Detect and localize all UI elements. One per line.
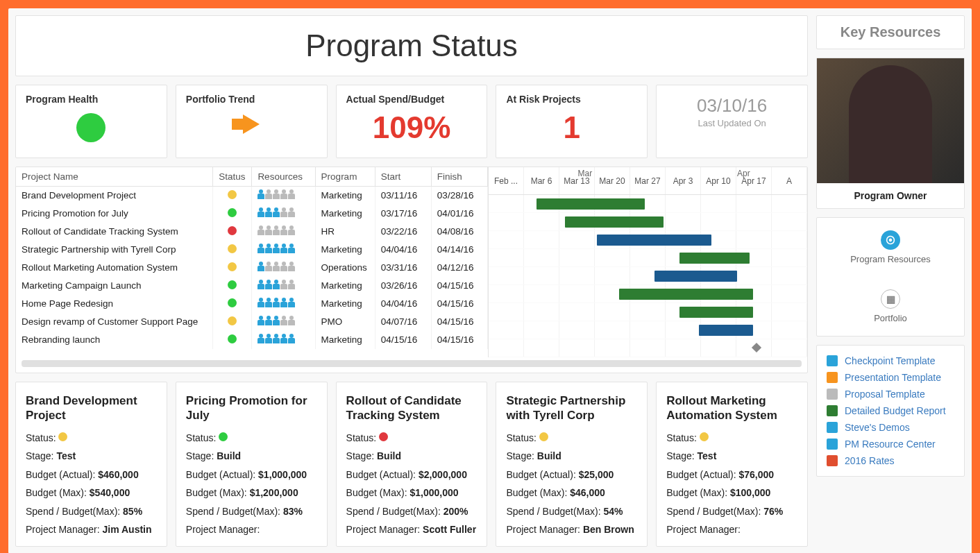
status-dot-icon — [228, 190, 237, 199]
tile-portfolio[interactable]: ▦ Portfolio — [817, 277, 964, 336]
table-row[interactable]: Design revamp of Customer Support PagePM… — [16, 313, 488, 331]
gantt-row[interactable] — [489, 339, 807, 357]
trend-arrow-icon — [243, 114, 260, 134]
table-row[interactable]: Rollout of Candidate Tracking SystemHR03… — [16, 223, 488, 241]
sidebar-link[interactable]: Steve's Demos — [827, 422, 954, 433]
col-finish[interactable]: Finish — [431, 167, 487, 187]
col-status[interactable]: Status — [213, 167, 252, 187]
table-row[interactable]: Rollout Marketing Automation SystemOpera… — [16, 259, 488, 277]
sidebar-link[interactable]: Proposal Template — [827, 389, 954, 400]
lbl-stage: Stage: — [186, 450, 214, 461]
val-spend-ratio: 85% — [123, 506, 142, 517]
health-status-icon — [76, 113, 105, 142]
table-row[interactable]: Brand Development ProjectMarketing03/11/… — [16, 187, 488, 205]
gantt-row[interactable] — [489, 249, 807, 267]
project-card[interactable]: Brand Development ProjectStatus: Stage: … — [15, 382, 167, 547]
gantt-row[interactable] — [489, 195, 807, 213]
val-stage: Build — [537, 450, 561, 461]
horizontal-scroll[interactable] — [22, 360, 802, 367]
val-budget-actual: $460,000 — [98, 469, 138, 480]
cell-resources — [252, 277, 315, 295]
table-row[interactable]: Home Page RedesignMarketing04/04/1604/15… — [16, 295, 488, 313]
lbl-spend-ratio: Spend / Budget(Max): — [506, 506, 600, 517]
tile-label: Portfolio — [874, 313, 907, 323]
table-row[interactable]: Strategic Partnership with Tyrell CorpMa… — [16, 241, 488, 259]
gantt-row[interactable] — [489, 231, 807, 249]
sidebar-link[interactable]: Detailed Budget Report — [827, 405, 954, 416]
val-budget-actual: $2,000,000 — [419, 469, 467, 480]
grid-icon: ▦ — [881, 289, 900, 309]
gantt-row[interactable] — [489, 303, 807, 321]
project-cards-row: Brand Development ProjectStatus: Stage: … — [15, 382, 808, 547]
cell-status — [213, 223, 252, 241]
tile-program-resources[interactable]: ⦿ Program Resources — [817, 218, 964, 277]
col-start[interactable]: Start — [375, 167, 431, 187]
col-program[interactable]: Program — [315, 167, 375, 187]
gantt-bar[interactable] — [654, 271, 737, 282]
val-budget-max: $1,200,000 — [250, 487, 298, 498]
cell-status — [213, 313, 252, 331]
people-icon — [257, 298, 295, 307]
lbl-status: Status: — [186, 432, 217, 443]
lbl-stage: Stage: — [346, 450, 374, 461]
project-card[interactable]: Pricing Promotion for JulyStatus: Stage:… — [176, 382, 328, 547]
lbl-pm: Project Manager: — [26, 524, 100, 535]
val-budget-max: $1,000,000 — [409, 487, 458, 498]
col-project[interactable]: Project Name — [16, 167, 213, 187]
lbl-spend-ratio: Spend / Budget(Max): — [346, 506, 441, 517]
sidebar: Key Resources Program Owner ⦿ Program Re… — [816, 15, 965, 547]
cell-resources — [252, 241, 315, 259]
gantt-bar[interactable] — [537, 198, 645, 210]
gantt-bar[interactable] — [565, 216, 664, 228]
project-card[interactable]: Rollout Marketing Automation SystemStatu… — [656, 382, 808, 547]
sidebar-link[interactable]: Checkpoint Template — [827, 355, 954, 366]
kpi-health[interactable]: Program Health — [15, 85, 167, 158]
table-row[interactable]: Pricing Promotion for JulyMarketing03/17… — [16, 205, 488, 223]
gantt-bar[interactable] — [679, 307, 753, 318]
gantt-bar[interactable] — [619, 289, 753, 300]
cell-resources — [252, 223, 315, 241]
col-resources[interactable]: Resources — [252, 167, 315, 187]
gantt-row[interactable] — [489, 213, 807, 231]
kpi-spend[interactable]: Actual Spend/Budget 109% — [336, 85, 488, 158]
kpi-trend[interactable]: Portfolio Trend — [176, 85, 328, 158]
gantt-week-label: Mar 27 — [630, 167, 666, 194]
table-row[interactable]: Rebranding launchMarketing04/15/1604/15/… — [16, 331, 488, 349]
gantt-chart[interactable]: Mar Apr Feb ...Mar 6Mar 13Mar 20Mar 27Ap… — [488, 167, 807, 357]
people-icon — [257, 316, 295, 325]
cell-finish: 04/15/16 — [431, 295, 487, 313]
gantt-bar[interactable] — [679, 253, 750, 264]
cell-resources — [252, 259, 315, 277]
project-grid[interactable]: Project Name Status Resources Program St… — [15, 167, 808, 373]
cell-status — [213, 277, 252, 295]
gantt-bar[interactable] — [699, 325, 753, 336]
gantt-week-label: Apr 10 — [701, 167, 736, 194]
table-row[interactable]: Marketing Campaign LaunchMarketing03/26/… — [16, 277, 488, 295]
dashboard: Program Status Program Health Portfolio … — [8, 8, 972, 553]
gantt-row[interactable] — [489, 321, 807, 339]
people-icon — [257, 244, 295, 253]
page-title: Program Status — [28, 28, 795, 63]
gantt-bar[interactable] — [597, 235, 711, 246]
kpi-risk-label: At Risk Projects — [506, 94, 637, 105]
project-card[interactable]: Rollout of Candidate Tracking SystemStat… — [336, 382, 488, 547]
kpi-updated[interactable]: 03/10/16 Last Updated On — [656, 85, 808, 158]
gantt-row[interactable] — [489, 267, 807, 285]
cell-program: HR — [315, 223, 375, 241]
gantt-milestone-icon[interactable] — [752, 343, 761, 352]
program-owner-card[interactable]: Program Owner — [816, 58, 965, 209]
cell-program: Marketing — [315, 205, 375, 223]
sidebar-link[interactable]: 2016 Rates — [827, 455, 954, 466]
cell-finish: 04/14/16 — [431, 241, 487, 259]
link-icon — [827, 439, 838, 450]
kpi-risk[interactable]: At Risk Projects 1 — [496, 85, 648, 158]
gantt-row[interactable] — [489, 285, 807, 303]
title-panel: Program Status — [15, 15, 808, 76]
project-card[interactable]: Strategic Partnership with Tyrell CorpSt… — [496, 382, 648, 547]
lbl-stage: Stage: — [506, 450, 534, 461]
sidebar-link[interactable]: PM Resource Center — [827, 439, 954, 450]
sidebar-link[interactable]: Presentation Template — [827, 372, 954, 383]
cell-finish: 04/12/16 — [431, 259, 487, 277]
cell-project: Strategic Partnership with Tyrell Corp — [16, 241, 213, 259]
lbl-pm: Project Manager: — [666, 524, 741, 535]
